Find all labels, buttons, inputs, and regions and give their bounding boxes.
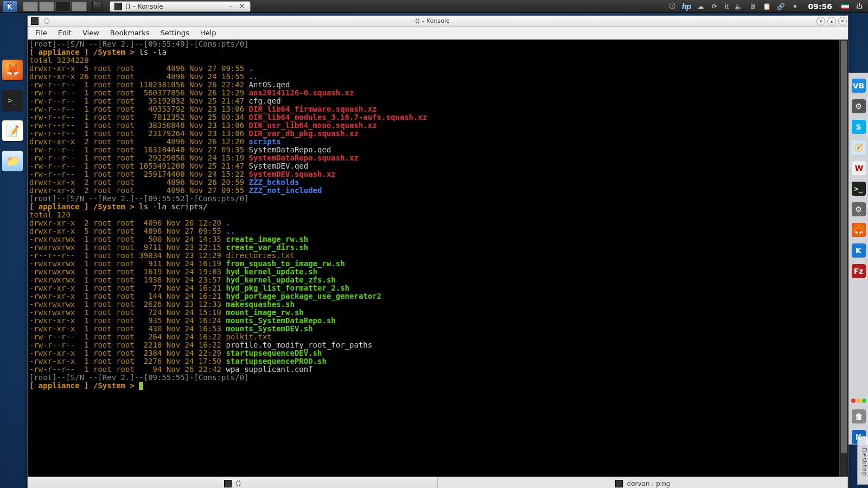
terminal-launcher[interactable] [2, 90, 23, 111]
hp-logo-icon: hp [682, 2, 691, 11]
services-icon[interactable]: ⚙ [852, 202, 866, 216]
status-dots [851, 399, 866, 403]
menu-help[interactable]: Help [196, 28, 221, 38]
firefox-launcher[interactable] [2, 60, 23, 80]
cloud-icon[interactable]: ☁ [696, 2, 705, 11]
tab-label: () [236, 480, 241, 487]
notes-launcher[interactable] [2, 120, 23, 141]
window-titlebar[interactable]: () – Konsole ▾ ▴ ✕ [28, 16, 848, 27]
menu-bookmarks[interactable]: Bookmarks [106, 28, 154, 38]
window-title: () – Konsole [49, 17, 815, 24]
konsole-tab-2[interactable]: dorvan : ping [438, 477, 848, 488]
trash-icon[interactable]: 🗑 [852, 409, 866, 423]
refresh-icon[interactable]: ⟳ [710, 2, 719, 11]
terminal-icon[interactable]: >_ [852, 182, 866, 196]
skype-icon[interactable]: S [852, 120, 866, 134]
tab-label: dorvan : ping [627, 480, 671, 487]
desktop: () – Konsole ▾ ▴ ✕ File Edit View Bookma… [0, 13, 868, 488]
system-taskbar: K () – Konsole – ✕ ⓘ hp ☁ ⟳ it 🔈 🖥 📋 🔗 ▾… [0, 0, 868, 13]
window-close-button[interactable]: ✕ [838, 17, 847, 25]
terminal-viewport[interactable]: [root]--[S/N --[Rev 2.]--[09:55:49]-[Con… [28, 40, 848, 477]
virtualbox-icon[interactable]: VB [852, 79, 866, 93]
file-manager-launcher[interactable] [2, 151, 23, 171]
compass-icon[interactable]: 🧭 [852, 140, 866, 155]
chevron-down-icon[interactable]: ▾ [790, 2, 799, 11]
taskbar-entry-title: () – Konsole [125, 3, 163, 10]
tab-icon [224, 480, 232, 487]
menu-edit[interactable]: Edit [54, 28, 76, 38]
taskbar-entry-konsole[interactable]: () – Konsole – ✕ [110, 1, 251, 12]
window-menu-icon[interactable] [44, 18, 49, 24]
locale-flag-icon[interactable] [841, 3, 850, 10]
menu-view[interactable]: View [78, 28, 104, 38]
show-desktop-button[interactable] [92, 2, 102, 11]
kde-app-icon[interactable]: K [852, 243, 866, 258]
volume-icon[interactable]: 🔈 [734, 2, 743, 11]
clock[interactable]: 09:56 [808, 2, 832, 11]
taskbar-entry-minimize-icon[interactable]: – [227, 3, 235, 10]
info-icon[interactable]: ⓘ [668, 2, 676, 11]
window-minimize-button[interactable]: ▾ [816, 17, 825, 25]
vmware-icon[interactable]: W [852, 161, 866, 175]
keyboard-layout-indicator[interactable]: it [724, 3, 729, 10]
terminal-scrollbar[interactable] [839, 40, 848, 477]
konsole-icon [114, 3, 122, 10]
window-maximize-button[interactable]: ▴ [827, 17, 836, 25]
display-icon[interactable]: 🖥 [748, 2, 757, 11]
konsole-window: () – Konsole ▾ ▴ ✕ File Edit View Bookma… [27, 15, 848, 488]
network-icon[interactable]: 🔗 [776, 2, 785, 11]
clipboard-icon[interactable]: 📋 [762, 2, 771, 11]
menu-file[interactable]: File [31, 28, 52, 38]
left-dock [2, 60, 23, 171]
desktop-side-tab[interactable]: Desktop [857, 436, 868, 485]
window-app-icon [31, 17, 39, 25]
konsole-tabbar: () dorvan : ping [28, 477, 848, 488]
filezilla-icon[interactable]: Fz [852, 264, 866, 278]
pager-widget[interactable] [23, 2, 87, 11]
system-tray: ⓘ hp ☁ ⟳ it 🔈 🖥 📋 🔗 ▾ 09:56 ⏻ [663, 2, 868, 11]
tab-icon [615, 480, 623, 487]
right-plasma-panel: VB ⚙ S 🧭 W >_ ⚙ 🦊 K Fz 🗑 K [848, 73, 868, 445]
konsole-tab-1[interactable]: () [28, 477, 438, 488]
taskbar-entry-close-icon[interactable]: ✕ [238, 3, 246, 10]
menu-settings[interactable]: Settings [156, 28, 193, 38]
settings-icon[interactable]: ⚙ [852, 99, 866, 113]
menubar: File Edit View Bookmarks Settings Help [28, 27, 848, 40]
logout-icon[interactable]: ⏻ [855, 2, 864, 11]
firefox-icon[interactable]: 🦊 [852, 223, 866, 237]
kickoff-menu-button[interactable]: K [2, 1, 17, 12]
